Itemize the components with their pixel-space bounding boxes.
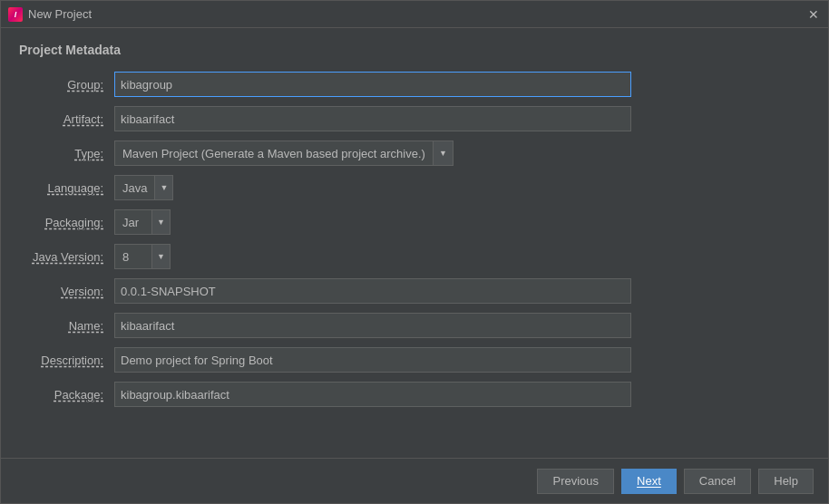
version-input[interactable] (114, 278, 631, 304)
type-label: Type: (19, 147, 114, 160)
help-button[interactable]: Help (758, 469, 814, 494)
language-row: Language: Java ▼ (19, 175, 810, 200)
footer: Previous Next Cancel Help (1, 458, 828, 503)
cancel-button[interactable]: Cancel (684, 469, 751, 494)
type-select-text: Maven Project (Generate a Maven based pr… (115, 144, 433, 163)
close-button[interactable]: ✕ (806, 7, 821, 22)
java-version-dropdown-button[interactable]: ▼ (151, 245, 170, 268)
next-button[interactable]: Next (621, 469, 677, 494)
title-bar-left: I New Project (8, 7, 92, 22)
intellij-logo: I (8, 7, 23, 22)
window-title: New Project (28, 7, 92, 21)
java-version-select[interactable]: 8 ▼ (114, 244, 171, 269)
app-icon: I (8, 7, 23, 22)
artifact-row: Artifact: (19, 106, 810, 131)
type-row: Type: Maven Project (Generate a Maven ba… (19, 141, 810, 166)
packaging-row: Packaging: Jar ▼ (19, 209, 810, 235)
group-input[interactable] (114, 72, 631, 97)
title-bar: I New Project ✕ (1, 1, 828, 28)
next-button-label: Next (637, 474, 661, 488)
packaging-label: Packaging: (19, 216, 114, 229)
name-input[interactable] (114, 313, 631, 338)
artifact-label: Artifact: (19, 112, 114, 126)
chevron-down-icon: ▼ (157, 218, 165, 227)
description-input[interactable] (114, 347, 631, 373)
packaging-dropdown-button[interactable]: ▼ (151, 210, 170, 234)
section-title: Project Metadata (19, 43, 810, 57)
group-row: Group: (19, 72, 810, 97)
version-row: Version: (19, 278, 810, 304)
name-label: Name: (19, 319, 114, 333)
language-label: Language: (19, 181, 114, 195)
java-version-row: Java Version: 8 ▼ (19, 244, 810, 269)
java-version-label: Java Version: (19, 250, 114, 264)
chevron-down-icon: ▼ (157, 252, 165, 261)
language-dropdown-button[interactable]: ▼ (154, 176, 172, 199)
language-select-text: Java (115, 179, 154, 198)
package-label: Package: (19, 388, 114, 402)
package-input[interactable] (114, 382, 631, 407)
artifact-input[interactable] (114, 106, 631, 131)
packaging-select-text: Jar (115, 213, 151, 232)
language-select[interactable]: Java ▼ (114, 175, 173, 200)
description-row: Description: (19, 347, 810, 373)
type-dropdown-button[interactable]: ▼ (433, 141, 453, 165)
chevron-down-icon: ▼ (439, 149, 447, 158)
group-label: Group: (19, 78, 114, 92)
package-row: Package: (19, 382, 810, 407)
new-project-window: I New Project ✕ Project Metadata Group: … (0, 0, 829, 504)
type-select[interactable]: Maven Project (Generate a Maven based pr… (114, 141, 454, 166)
previous-button[interactable]: Previous (537, 469, 614, 494)
description-label: Description: (19, 354, 114, 367)
name-row: Name: (19, 313, 810, 338)
chevron-down-icon: ▼ (161, 183, 169, 192)
project-metadata-form: Group: Artifact: Type: Maven Project (Ge… (19, 72, 810, 443)
packaging-select[interactable]: Jar ▼ (114, 209, 171, 235)
java-version-select-text: 8 (115, 247, 151, 267)
main-content: Project Metadata Group: Artifact: Type: … (1, 28, 828, 458)
version-label: Version: (19, 285, 114, 298)
